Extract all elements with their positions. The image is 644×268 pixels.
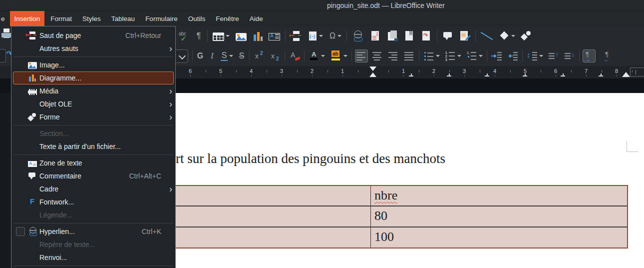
underline-button[interactable]: S <box>220 50 234 62</box>
menu-item-section[interactable]: Section... <box>11 127 175 140</box>
subscript-button[interactable] <box>269 50 282 62</box>
cross-reference-button[interactable] <box>420 30 433 42</box>
menu-item-autres-sauts[interactable]: Autres sauts› <box>11 42 175 55</box>
align-center-button[interactable] <box>371 50 384 62</box>
basic-shapes-dropdown-arrow[interactable] <box>511 35 515 37</box>
comment-button[interactable] <box>441 30 454 42</box>
insert-field-button[interactable] <box>307 30 324 42</box>
menu-item-cadre[interactable]: Cadre› <box>11 182 175 196</box>
align-left-button[interactable] <box>355 50 368 62</box>
font-color-button[interactable] <box>308 50 326 62</box>
index-entry-button[interactable] <box>386 30 399 42</box>
document-heading[interactable]: rt sur la population des pingouins et de… <box>176 151 445 166</box>
menu-item-zone-de-texte[interactable]: Zone de texte <box>11 156 175 170</box>
table-cell[interactable]: 80 <box>371 206 627 226</box>
table-cell[interactable] <box>151 206 371 226</box>
font-size-dropdown-button[interactable] <box>174 48 189 64</box>
clear-formatting-button[interactable] <box>288 50 301 62</box>
increase-indent-button[interactable] <box>490 50 503 62</box>
table-cell[interactable] <box>151 228 371 248</box>
hyperlink-button[interactable] <box>351 30 365 42</box>
right-to-left-button[interactable] <box>599 50 612 62</box>
menubar-item-formulaire[interactable]: Formulaire <box>141 11 182 26</box>
line-spacing-dropdown-arrow[interactable] <box>539 55 543 57</box>
menu-item-legende[interactable]: Légende... <box>11 208 175 222</box>
print-icon[interactable] <box>1 28 12 42</box>
insert-chart-button[interactable] <box>252 30 264 42</box>
underline-dropdown-arrow[interactable] <box>229 55 233 57</box>
insert-table-button[interactable] <box>212 30 231 42</box>
insert-table-dropdown-arrow[interactable] <box>226 35 230 37</box>
menu-item-repere-de-texte[interactable]: Repère de texte... <box>11 238 175 251</box>
track-changes-button[interactable] <box>458 30 471 42</box>
table-header-cell[interactable]: nbre <box>371 186 627 206</box>
footnote-button[interactable] <box>369 30 382 42</box>
table-cell[interactable]: 100 <box>371 228 627 248</box>
bullet-list-button[interactable] <box>422 50 441 62</box>
insert-image-button[interactable] <box>235 30 248 42</box>
menu-item-image[interactable]: Image... <box>11 58 175 72</box>
menubar-item-outils[interactable]: Outils <box>184 11 210 26</box>
clipped-combo-box[interactable] <box>0 49 6 62</box>
formatting-marks-button[interactable]: ¶ <box>194 30 203 42</box>
strikethrough-button[interactable]: S <box>237 50 246 62</box>
menu-item-forme[interactable]: Forme› <box>11 110 175 124</box>
decrease-indent-button[interactable] <box>506 50 519 62</box>
tab-stop-marker[interactable] <box>561 74 565 76</box>
more-shapes-button[interactable] <box>520 30 533 42</box>
align-right-button[interactable] <box>387 50 400 62</box>
menu-item-hyperlien[interactable]: Hyperlien...Ctrl+K <box>11 225 175 238</box>
menubar-item-insertion[interactable]: Insertion <box>10 11 45 26</box>
superscript-button[interactable] <box>253 50 266 62</box>
outline-list-dropdown-arrow[interactable] <box>479 55 483 57</box>
tab-stop-marker[interactable] <box>523 74 527 76</box>
special-character-button[interactable]: Ω <box>328 30 342 42</box>
menubar-item-format[interactable]: Format <box>46 11 76 26</box>
highlight-color-dropdown-arrow[interactable] <box>343 55 347 57</box>
insert-textbox-button[interactable] <box>268 30 281 42</box>
bookmark-button[interactable] <box>403 30 416 42</box>
font-color-dropdown-arrow[interactable] <box>321 55 325 57</box>
hyperlink-checkbox[interactable] <box>16 227 25 236</box>
numbered-list-dropdown-arrow[interactable] <box>457 55 461 57</box>
page-break-button[interactable] <box>290 30 303 42</box>
italic-button[interactable]: I <box>208 50 217 62</box>
right-indent-marker[interactable] <box>622 72 630 77</box>
bold-button[interactable]: G <box>196 50 205 62</box>
table-header-cell[interactable] <box>151 186 371 206</box>
insert-field-dropdown-arrow[interactable] <box>319 35 323 37</box>
justify-button[interactable] <box>403 50 416 62</box>
menu-item-fontwork[interactable]: Fontwork... <box>11 196 175 208</box>
menu-item-objet-ole[interactable]: Objet OLE› <box>11 98 175 110</box>
document-page[interactable]: rt sur la population des pingouins et de… <box>150 93 644 268</box>
tab-stop-marker[interactable] <box>485 74 489 76</box>
menubar-item-tableau[interactable]: Tableau <box>107 11 139 26</box>
menu-item-diagramme[interactable]: Diagramme... <box>13 72 174 84</box>
tab-stop-marker[interactable] <box>409 74 413 76</box>
special-character-dropdown-arrow[interactable] <box>337 35 341 37</box>
menu-item-commentaire[interactable]: CommentaireCtrl+Alt+C <box>11 170 175 182</box>
menu-item-texte-a-partir-d-un-fichier[interactable]: Texte à partir d'un fichier... <box>11 140 175 153</box>
line-spacing-button[interactable] <box>526 50 544 62</box>
space-below-button[interactable] <box>563 50 576 62</box>
document-table[interactable]: nbre80100 <box>150 185 628 248</box>
menu-item-saut-de-page[interactable]: Saut de pageCtrl+Retour <box>11 29 175 42</box>
menu-item-renvoi[interactable]: Renvoi... <box>11 251 175 264</box>
basic-shapes-button[interactable] <box>498 30 516 42</box>
highlight-color-button[interactable] <box>329 50 348 62</box>
numbered-list-button[interactable] <box>444 50 462 62</box>
menubar-item-aide[interactable]: Aide <box>245 11 268 26</box>
menubar-item-clipped[interactable]: e <box>1 11 7 26</box>
space-above-button[interactable] <box>547 50 560 62</box>
insert-line-button[interactable] <box>480 30 494 42</box>
tab-stop-marker[interactable] <box>447 74 451 76</box>
ruler-tick <box>480 70 480 72</box>
tab-stop-marker[interactable] <box>599 74 603 76</box>
menubar-item-styles[interactable]: Styles <box>78 11 105 26</box>
spellcheck-button[interactable] <box>177 30 190 42</box>
bullet-list-dropdown-arrow[interactable] <box>436 55 440 57</box>
menu-item-media[interactable]: Média› <box>11 84 175 98</box>
outline-list-button[interactable] <box>465 50 484 62</box>
menubar-item-fenetre[interactable]: Fenêtre <box>211 11 244 26</box>
left-to-right-button[interactable] <box>583 50 596 62</box>
